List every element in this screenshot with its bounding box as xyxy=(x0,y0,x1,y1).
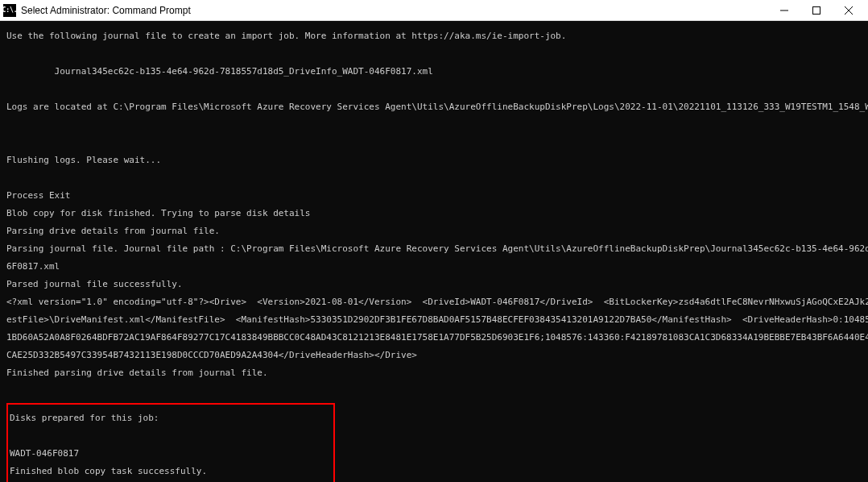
terminal-output[interactable]: Use the following journal file to create… xyxy=(0,21,868,482)
term-line: Finished blob copy task successfully. xyxy=(10,467,332,476)
term-line: Logs are located at C:\Program Files\Mic… xyxy=(6,102,862,111)
term-line xyxy=(6,49,862,58)
term-line xyxy=(6,85,862,93)
term-line xyxy=(6,120,862,129)
term-line: Parsing drive details from journal file. xyxy=(6,226,862,235)
term-line: Flushing logs. Please wait... xyxy=(6,156,862,164)
cmd-icon: C:\. xyxy=(3,4,16,17)
close-button[interactable] xyxy=(833,0,865,20)
titlebar: C:\. Select Administrator: Command Promp… xyxy=(0,0,868,21)
term-line xyxy=(6,173,862,182)
term-line: Parsed journal file successfully. xyxy=(6,280,862,289)
term-line: Process Exit xyxy=(6,191,862,200)
term-line: <?xml version="1.0" encoding="utf-8"?><D… xyxy=(6,297,862,306)
term-line: Parsing journal file. Journal file path … xyxy=(6,244,862,253)
term-line: Finished parsing drive details from jour… xyxy=(6,368,862,377)
svg-rect-1 xyxy=(813,6,820,14)
window-controls xyxy=(768,0,865,20)
term-line xyxy=(10,431,332,440)
term-line xyxy=(6,138,862,147)
minimize-button[interactable] xyxy=(768,0,800,20)
maximize-button[interactable] xyxy=(800,0,833,20)
term-line: CAE25D332B5497C33954B7432113E198D0CCCD70… xyxy=(6,351,862,359)
term-line: Blob copy for disk finished. Trying to p… xyxy=(6,209,862,218)
term-line: 6F0817.xml xyxy=(6,262,862,271)
highlight-disks-prepared: Disks prepared for this job: WADT-046F08… xyxy=(6,403,335,482)
term-line: 1BD60A52A0A8F0264BDFB72AC19AF864F89277C1… xyxy=(6,333,862,342)
window-title: Select Administrator: Command Prompt xyxy=(21,5,768,16)
term-line: Journal345ec62c-b135-4e64-962d-7818557d1… xyxy=(6,67,862,76)
term-line: estFile>\DriveManifest.xml</ManifestFile… xyxy=(6,315,862,324)
term-line xyxy=(6,386,862,395)
term-line: Use the following journal file to create… xyxy=(6,31,862,40)
term-line: WADT-046F0817 xyxy=(10,449,332,458)
term-line: Disks prepared for this job: xyxy=(10,413,332,422)
